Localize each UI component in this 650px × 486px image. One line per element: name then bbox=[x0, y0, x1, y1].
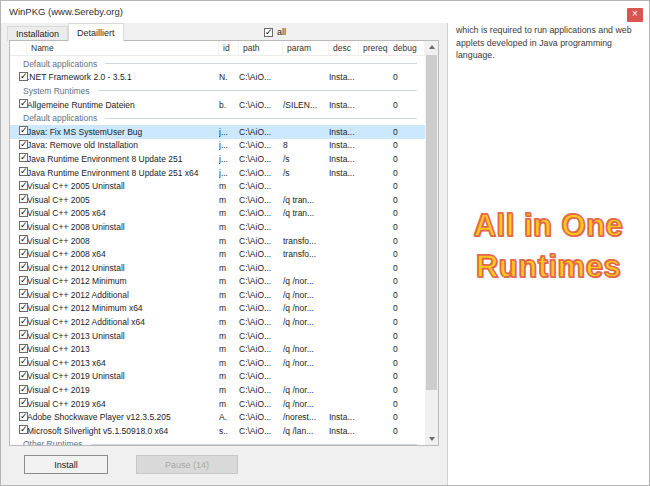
cell-debug: 0 bbox=[389, 127, 425, 137]
cell-desc: Insta... bbox=[329, 72, 359, 82]
row-checkbox[interactable] bbox=[10, 425, 27, 436]
pause-button[interactable]: Pause (14) bbox=[136, 455, 238, 474]
cell-id: m bbox=[219, 344, 239, 354]
scroll-thumb[interactable] bbox=[426, 55, 437, 390]
row-checkbox[interactable] bbox=[10, 99, 27, 110]
row-checkbox[interactable] bbox=[10, 317, 27, 328]
row-checkbox[interactable] bbox=[10, 72, 27, 83]
column-header-path[interactable]: path bbox=[239, 41, 283, 55]
column-header-name[interactable]: Name bbox=[27, 41, 219, 55]
row-checkbox[interactable] bbox=[10, 262, 27, 273]
cell-name: Java: Remove old Installation bbox=[27, 140, 219, 150]
row-checkbox[interactable] bbox=[10, 235, 27, 246]
table-row[interactable]: Visual C++ 2013 UninstallmC:\AiO...0 bbox=[10, 329, 425, 343]
cell-param: /q /nor... bbox=[283, 276, 329, 286]
checkbox-checked-icon bbox=[19, 262, 28, 271]
checkbox-checked-icon bbox=[19, 425, 28, 434]
cell-id: m bbox=[219, 249, 239, 259]
table-row[interactable]: Visual C++ 2012 AdditionalmC:\AiO.../q /… bbox=[10, 288, 425, 302]
column-header-debug[interactable]: debug bbox=[389, 41, 425, 55]
table-row[interactable]: Visual C++ 2012 MinimummC:\AiO.../q /nor… bbox=[10, 275, 425, 289]
cell-path: C:\AiO... bbox=[239, 168, 283, 178]
cell-debug: 0 bbox=[389, 290, 425, 300]
cell-path: C:\AiO... bbox=[239, 222, 283, 232]
all-checkbox[interactable]: all bbox=[264, 27, 286, 37]
table-row[interactable]: Visual C++ 2008 x64mC:\AiO...transfo...0 bbox=[10, 247, 425, 261]
table-row[interactable]: Visual C++ 2005 UninstallmC:\AiO...0 bbox=[10, 179, 425, 193]
cell-name: Visual C++ 2019 Uninstall bbox=[27, 371, 219, 381]
row-checkbox[interactable] bbox=[10, 126, 27, 137]
cell-name: Java Runtime Environment 8 Update 251 x6… bbox=[27, 168, 219, 178]
table-row[interactable]: Allgemeine Runtime Dateienb.C:\AiO.../SI… bbox=[10, 98, 425, 112]
row-checkbox[interactable] bbox=[10, 330, 27, 341]
row-checkbox[interactable] bbox=[10, 249, 27, 260]
cell-path: C:\AiO... bbox=[239, 385, 283, 395]
cell-debug: 0 bbox=[389, 195, 425, 205]
table-row[interactable]: Java Runtime Environment 8 Update 251j..… bbox=[10, 152, 425, 166]
table-row[interactable]: Visual C++ 2008mC:\AiO...transfo...0 bbox=[10, 234, 425, 248]
row-checkbox[interactable] bbox=[10, 140, 27, 151]
cell-name: Visual C++ 2005 x64 bbox=[27, 208, 219, 218]
row-checkbox[interactable] bbox=[10, 208, 27, 219]
column-header-prereq[interactable]: prereq bbox=[359, 41, 389, 55]
tab-detailliert[interactable]: Detailliert bbox=[68, 23, 124, 41]
cell-name: Visual C++ 2012 Minimum x64 bbox=[27, 303, 219, 313]
column-header-desc[interactable]: desc bbox=[329, 41, 359, 55]
table-row[interactable]: Visual C++ 2012 Minimum x64mC:\AiO.../q … bbox=[10, 302, 425, 316]
column-header-id[interactable]: id bbox=[219, 41, 239, 55]
cell-debug: 0 bbox=[389, 385, 425, 395]
column-header-param[interactable]: param bbox=[283, 41, 329, 55]
row-checkbox[interactable] bbox=[10, 398, 27, 409]
cell-debug: 0 bbox=[389, 331, 425, 341]
group-divider bbox=[98, 90, 417, 91]
row-checkbox[interactable] bbox=[10, 167, 27, 178]
row-checkbox[interactable] bbox=[10, 276, 27, 287]
cell-desc: Insta... bbox=[329, 100, 359, 110]
scroll-down-icon[interactable] bbox=[425, 432, 438, 445]
row-checkbox[interactable] bbox=[10, 357, 27, 368]
table-row[interactable]: Microsoft Silverlight v5.1.50918.0 x64s.… bbox=[10, 424, 425, 438]
row-checkbox[interactable] bbox=[10, 344, 27, 355]
row-checkbox[interactable] bbox=[10, 153, 27, 164]
table-row[interactable]: Visual C++ 2019 x64mC:\AiO.../q /nor...0 bbox=[10, 397, 425, 411]
cell-param: /q /nor... bbox=[283, 385, 329, 395]
cell-id: m bbox=[219, 263, 239, 273]
table-row[interactable]: Visual C++ 2019 UninstallmC:\AiO...0 bbox=[10, 370, 425, 384]
table-row[interactable]: Visual C++ 2008 UninstallmC:\AiO...0 bbox=[10, 220, 425, 234]
cell-id: m bbox=[219, 236, 239, 246]
cell-name: Visual C++ 2013 bbox=[27, 344, 219, 354]
row-checkbox[interactable] bbox=[10, 194, 27, 205]
table-row[interactable]: Visual C++ 2013 x64mC:\AiO.../q /nor...0 bbox=[10, 356, 425, 370]
row-checkbox[interactable] bbox=[10, 385, 27, 396]
cell-path: C:\AiO... bbox=[239, 140, 283, 150]
cell-debug: 0 bbox=[389, 249, 425, 259]
table-row[interactable]: Java Runtime Environment 8 Update 251 x6… bbox=[10, 166, 425, 180]
scroll-up-icon[interactable] bbox=[425, 41, 438, 54]
table-row[interactable]: Visual C++ 2005mC:\AiO.../q tran...0 bbox=[10, 193, 425, 207]
table-row[interactable]: Visual C++ 2013mC:\AiO.../q /nor...0 bbox=[10, 342, 425, 356]
vertical-scrollbar[interactable] bbox=[425, 41, 438, 445]
row-checkbox[interactable] bbox=[10, 289, 27, 300]
cell-path: C:\AiO... bbox=[239, 412, 283, 422]
table-row[interactable]: Visual C++ 2019mC:\AiO.../q /nor...0 bbox=[10, 383, 425, 397]
close-button[interactable] bbox=[627, 8, 643, 22]
tab-installation[interactable]: Installation bbox=[7, 26, 68, 41]
cell-name: Visual C++ 2008 x64 bbox=[27, 249, 219, 259]
table-row[interactable]: Visual C++ 2012 UninstallmC:\AiO...0 bbox=[10, 261, 425, 275]
table-row[interactable]: Java: Fix MS SystemUser Bugj...C:\AiO...… bbox=[10, 125, 425, 139]
cell-id: m bbox=[219, 399, 239, 409]
table-row[interactable]: Visual C++ 2012 Additional x64mC:\AiO...… bbox=[10, 315, 425, 329]
checkbox-checked-icon bbox=[19, 276, 28, 285]
table-row[interactable]: Java: Remove old Installationj...C:\AiO.… bbox=[10, 139, 425, 153]
row-checkbox[interactable] bbox=[10, 181, 27, 192]
cell-param: /q tran... bbox=[283, 195, 329, 205]
install-button[interactable]: Install bbox=[24, 455, 108, 474]
row-checkbox[interactable] bbox=[10, 371, 27, 382]
row-checkbox[interactable] bbox=[10, 221, 27, 232]
table-row[interactable]: Adobe Shockwave Player v12.3.5.205A.C:\A… bbox=[10, 410, 425, 424]
row-checkbox[interactable] bbox=[10, 412, 27, 423]
table-row[interactable]: Visual C++ 2005 x64mC:\AiO.../q tran...0 bbox=[10, 207, 425, 221]
table-row[interactable]: .NET Framework 2.0 - 3.5.1N.C:\AiO...Ins… bbox=[10, 71, 425, 85]
row-checkbox[interactable] bbox=[10, 303, 27, 314]
cell-debug: 0 bbox=[389, 358, 425, 368]
